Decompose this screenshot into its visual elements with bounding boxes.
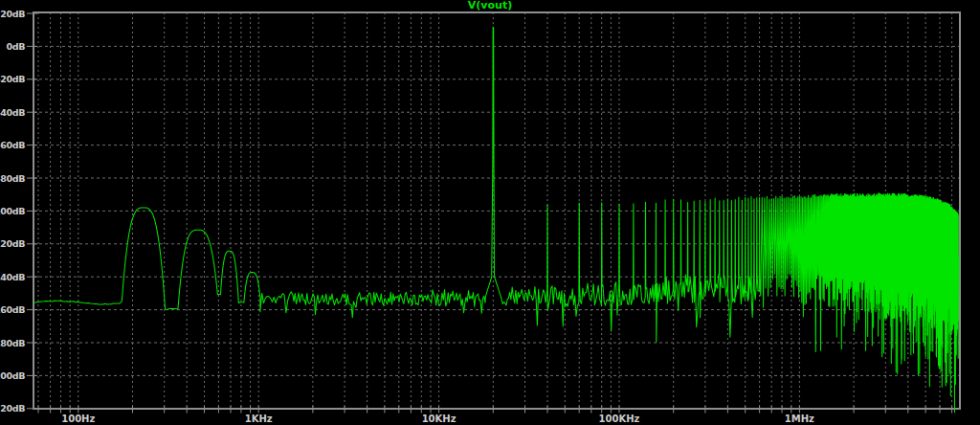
fft-plot-canvas[interactable]: 20dB0dB-20dB-40dB-60dB-80dB-100dB-120dB-… — [0, 0, 980, 425]
y-tick-label: -60dB — [0, 140, 25, 150]
x-tick-label: 1KHz — [245, 414, 273, 424]
y-tick-label: -20dB — [0, 74, 25, 84]
waveform-viewer: V(vout) 20dB0dB-20dB-40dB-60dB-80dB-100d… — [0, 0, 980, 425]
y-tick-label: -80dB — [0, 173, 25, 184]
x-tick-label: 1MHz — [785, 414, 814, 424]
x-axis-labels: 100Hz1KHz10KHz100KHz1MHz — [61, 414, 814, 424]
trace-legend-vout[interactable]: V(vout) — [0, 0, 980, 12]
y-tick-label: -120dB — [0, 238, 25, 249]
y-tick-label: -180dB — [0, 338, 25, 348]
y-tick-label: -220dB — [0, 403, 25, 414]
y-tick-label: -200dB — [0, 370, 25, 381]
y-tick-label: -140dB — [0, 272, 25, 282]
y-tick-label: -160dB — [0, 304, 25, 315]
y-tick-label: -100dB — [0, 206, 25, 216]
axis-ticks — [27, 13, 952, 414]
x-tick-label: 10KHz — [422, 414, 457, 424]
x-tick-label: 100KHz — [599, 414, 640, 424]
y-axis-labels: 20dB0dB-20dB-40dB-60dB-80dB-100dB-120dB-… — [0, 9, 25, 414]
y-tick-label: -40dB — [0, 107, 25, 118]
vout-trace — [33, 28, 959, 413]
x-tick-label: 100Hz — [61, 414, 95, 424]
y-tick-label: 0dB — [7, 41, 26, 52]
